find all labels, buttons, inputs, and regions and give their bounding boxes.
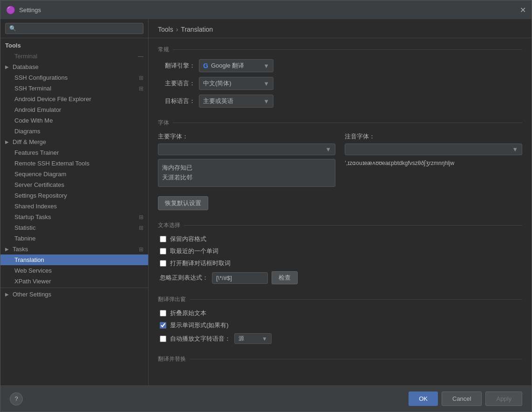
primary-lang-value: 中文(简体)	[203, 79, 232, 88]
popup-section-header: 翻译弹出窗	[158, 295, 522, 303]
popup-checkbox-word-form-row: 显示单词形式(如果有)	[158, 321, 522, 330]
sidebar-item-code-with-me[interactable]: Code With Me	[0, 115, 148, 126]
sidebar-item-server-cert[interactable]: Server Certificates	[0, 179, 148, 190]
sidebar-section-tools: Tools	[0, 40, 148, 51]
shared-indexes-label: Shared Indexes	[14, 203, 57, 210]
phonetic-font-dropdown[interactable]: ▼	[345, 144, 522, 155]
google-icon: G	[203, 62, 208, 69]
engine-label: 翻译引擎：	[158, 62, 195, 70]
cancel-button[interactable]: Cancel	[442, 391, 482, 406]
close-button[interactable]: ✕	[520, 6, 526, 14]
engine-dropdown-arrow: ▼	[263, 62, 269, 69]
sidebar-item-translation[interactable]: Translation	[0, 254, 148, 265]
sidebar-item-ssh-terminal[interactable]: SSH Terminal ⊞	[0, 83, 148, 94]
restore-defaults-button[interactable]: 恢复默认设置	[158, 196, 208, 210]
primary-font-label: 主要字体：	[158, 132, 335, 141]
font-section-header: 字体	[158, 119, 522, 127]
tts-dropdown[interactable]: 源 ▼	[234, 333, 272, 344]
server-cert-label: Server Certificates	[14, 181, 64, 188]
phonetic-font-label: 注音字体：	[345, 132, 522, 141]
regex-row: 忽略正则表达式： 检查	[158, 271, 522, 284]
popup-checkbox-tts-label: 自动播放文字转语音：	[170, 335, 231, 343]
code-with-me-label: Code With Me	[14, 117, 53, 124]
font-grid: 主要字体： ▼ 海内存知已 天涯若比邻 注音字体：	[158, 132, 522, 187]
diagrams-label: Diagrams	[14, 128, 41, 135]
ssh-config-icon: ⊞	[139, 75, 143, 81]
sidebar-item-android-explorer[interactable]: Android Device File Explorer	[0, 94, 148, 104]
sidebar-item-tasks[interactable]: ▶ Tasks ⊞	[0, 244, 148, 254]
engine-dropdown[interactable]: G Google 翻译 ▼	[199, 59, 273, 72]
tts-dropdown-arrow: ▼	[262, 336, 267, 342]
footer-buttons: OK Cancel Apply	[409, 391, 522, 406]
sidebar: 🔍 Tools Terminal — ▶ Database SSH Config…	[0, 19, 149, 385]
sidebar-item-database[interactable]: ▶ Database	[0, 62, 148, 72]
sidebar-item-other-settings[interactable]: ▶ Other Settings	[0, 289, 148, 300]
sidebar-item-shared-indexes[interactable]: Shared Indexes	[0, 201, 148, 212]
sidebar-item-tabnine[interactable]: Tabnine	[0, 233, 148, 244]
primary-lang-dropdown[interactable]: 中文(简体) ▼	[199, 77, 273, 90]
font-preview-line2: 天涯若比邻	[162, 173, 331, 183]
sidebar-item-statistic[interactable]: Statistic ⊞	[0, 222, 148, 233]
content-scroll: 常规 翻译引擎： G Google 翻译 ▼ 主要语言： 中文(简体)	[149, 38, 532, 385]
tasks-arrow: ▶	[5, 247, 9, 252]
checkbox-recent-word[interactable]	[160, 248, 166, 254]
xpath-viewer-label: XPath Viewer	[14, 278, 51, 285]
check-button[interactable]: 检查	[272, 271, 298, 284]
popup-checkbox-word-form[interactable]	[160, 322, 166, 329]
breadcrumb-parent: Tools	[158, 26, 173, 33]
popup-checkbox-tts[interactable]	[160, 336, 166, 342]
search-input-wrapper: 🔍	[5, 23, 143, 34]
target-lang-arrow: ▼	[263, 98, 269, 105]
sidebar-item-sequence-diagram[interactable]: Sequence Diagram	[0, 169, 148, 179]
translation-label: Translation	[14, 256, 44, 263]
checkbox-open-dialog-label: 打开翻译对话框时取词	[170, 259, 231, 268]
remote-ssh-label: Remote SSH External Tools	[14, 160, 89, 167]
text-selection-header: 文本选择	[158, 221, 522, 229]
primary-font-dropdown[interactable]: ▼	[158, 144, 335, 155]
other-settings-arrow: ▶	[5, 292, 9, 297]
primary-lang-row: 主要语言： 中文(简体) ▼	[158, 77, 522, 90]
sidebar-item-diagrams[interactable]: Diagrams	[0, 126, 148, 137]
search-field[interactable]	[18, 25, 139, 32]
ok-button[interactable]: OK	[409, 391, 438, 406]
sidebar-item-android-emulator[interactable]: Android Emulator	[0, 104, 148, 115]
settings-repo-label: Settings Repository	[14, 192, 67, 199]
help-button[interactable]: ?	[10, 392, 23, 405]
window-title: Settings	[19, 7, 41, 14]
checkbox-open-dialog-row: 打开翻译对话框时取词	[158, 259, 522, 268]
checkbox-preserve-format-row: 保留内容格式	[158, 235, 522, 243]
ssh-config-label: SSH Configurations	[14, 74, 68, 81]
popup-checkbox-collapse[interactable]	[160, 310, 166, 316]
checkbox-preserve-format[interactable]	[160, 236, 166, 242]
primary-lang-arrow: ▼	[263, 80, 269, 87]
android-emulator-label: Android Emulator	[14, 106, 61, 113]
sidebar-item-startup-tasks[interactable]: Startup Tasks ⊞	[0, 212, 148, 222]
sidebar-item-xpath-viewer[interactable]: XPath Viewer	[0, 276, 148, 287]
sidebar-item-ssh-config[interactable]: SSH Configurations ⊞	[0, 72, 148, 83]
apply-button[interactable]: Apply	[485, 391, 522, 406]
breadcrumb-separator: ›	[176, 26, 178, 33]
font-preview-line1: 海内存知已	[162, 163, 331, 173]
target-lang-row: 目标语言： 主要或英语 ▼	[158, 95, 522, 108]
sidebar-item-diff-merge[interactable]: ▶ Diff & Merge	[0, 137, 148, 147]
ssh-terminal-label: SSH Terminal	[14, 85, 51, 92]
tasks-label: Tasks	[13, 246, 28, 253]
sidebar-item-remote-ssh[interactable]: Remote SSH External Tools	[0, 158, 148, 169]
primary-font-preview: 海内存知已 天涯若比邻	[158, 159, 335, 187]
phonetic-font-arrow: ▼	[512, 146, 518, 153]
sidebar-item-terminal[interactable]: Terminal —	[0, 51, 148, 62]
sidebar-item-settings-repo[interactable]: Settings Repository	[0, 190, 148, 201]
engine-row: 翻译引擎： G Google 翻译 ▼	[158, 59, 522, 72]
breadcrumb-current: Translation	[181, 26, 213, 33]
target-lang-label: 目标语言：	[158, 97, 195, 105]
startup-tasks-icon: ⊞	[139, 214, 143, 220]
sidebar-item-features-trainer[interactable]: Features Trainer	[0, 147, 148, 158]
target-lang-dropdown[interactable]: 主要或英语 ▼	[199, 95, 273, 108]
general-section: 常规 翻译引擎： G Google 翻译 ▼ 主要语言： 中文(简体)	[158, 46, 522, 108]
sidebar-item-web-services[interactable]: Web Services	[0, 265, 148, 276]
checkbox-recent-word-label: 取最近的一个单词	[170, 247, 218, 255]
text-selection-section: 文本选择 保留内容格式 取最近的一个单词 打开翻译对话框时取词	[158, 221, 522, 284]
regex-input[interactable]	[212, 272, 268, 284]
checkbox-open-dialog[interactable]	[160, 260, 166, 267]
phonetic-preview: ˈ,ɪzɑouɪeæʌʊʊeaɛpbtdkgfvszθðʃʒrzmnŋhljw	[345, 155, 522, 172]
